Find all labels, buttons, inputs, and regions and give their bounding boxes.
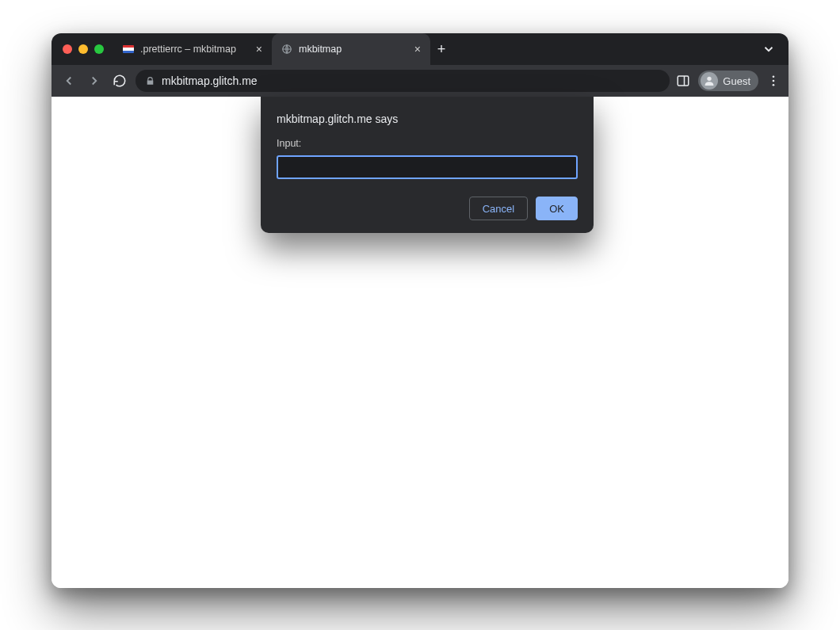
ok-button[interactable]: OK	[536, 197, 578, 220]
address-bar[interactable]: mkbitmap.glitch.me	[136, 70, 670, 92]
toolbar-right: Guest	[676, 71, 781, 91]
tab-inactive[interactable]: .prettierrc – mkbitmap ×	[113, 33, 272, 65]
svg-rect-1	[678, 76, 689, 86]
reload-button[interactable]	[110, 71, 129, 90]
lock-icon	[145, 76, 155, 86]
svg-point-3	[708, 77, 712, 81]
fullscreen-window-button[interactable]	[94, 44, 104, 54]
svg-point-5	[773, 80, 775, 82]
js-prompt-dialog: mkbitmap.glitch.me says Input: Cancel OK	[261, 97, 594, 233]
forward-button[interactable]	[85, 71, 104, 90]
page-content: mkbitmap.glitch.me says Input: Cancel OK	[52, 97, 788, 588]
close-tab-icon[interactable]: ×	[256, 43, 262, 55]
panel-icon[interactable]	[676, 74, 690, 88]
favicon-icon	[123, 45, 134, 53]
minimize-window-button[interactable]	[78, 44, 88, 54]
tab-title: mkbitmap	[299, 44, 342, 55]
back-button[interactable]	[59, 71, 78, 90]
url-text: mkbitmap.glitch.me	[162, 74, 258, 87]
browser-window: .prettierrc – mkbitmap × mkbitmap × +	[52, 33, 788, 588]
tab-strip: .prettierrc – mkbitmap × mkbitmap × +	[113, 33, 762, 65]
avatar-icon	[701, 72, 718, 90]
tab-active[interactable]: mkbitmap ×	[272, 33, 430, 65]
profile-label: Guest	[723, 75, 750, 87]
ok-button-label: OK	[549, 203, 564, 215]
chevron-down-icon[interactable]	[762, 42, 776, 56]
close-tab-icon[interactable]: ×	[414, 43, 421, 55]
prompt-label: Input:	[277, 138, 578, 149]
svg-point-6	[773, 84, 775, 86]
dialog-actions: Cancel OK	[277, 197, 578, 220]
new-tab-button[interactable]: +	[430, 33, 452, 65]
close-window-button[interactable]	[63, 44, 72, 54]
titlebar: .prettierrc – mkbitmap × mkbitmap × +	[52, 33, 788, 65]
prompt-input[interactable]	[277, 155, 578, 179]
dialog-title: mkbitmap.glitch.me says	[277, 113, 578, 125]
titlebar-right	[762, 42, 781, 56]
svg-point-4	[773, 75, 775, 78]
toolbar: mkbitmap.glitch.me Guest	[52, 65, 788, 97]
window-controls	[63, 44, 104, 54]
cancel-button-label: Cancel	[483, 203, 514, 215]
profile-chip[interactable]: Guest	[698, 71, 758, 91]
tab-title: .prettierrc – mkbitmap	[140, 44, 236, 55]
cancel-button[interactable]: Cancel	[469, 197, 528, 220]
globe-icon	[281, 44, 292, 55]
kebab-menu-icon[interactable]	[766, 74, 781, 88]
